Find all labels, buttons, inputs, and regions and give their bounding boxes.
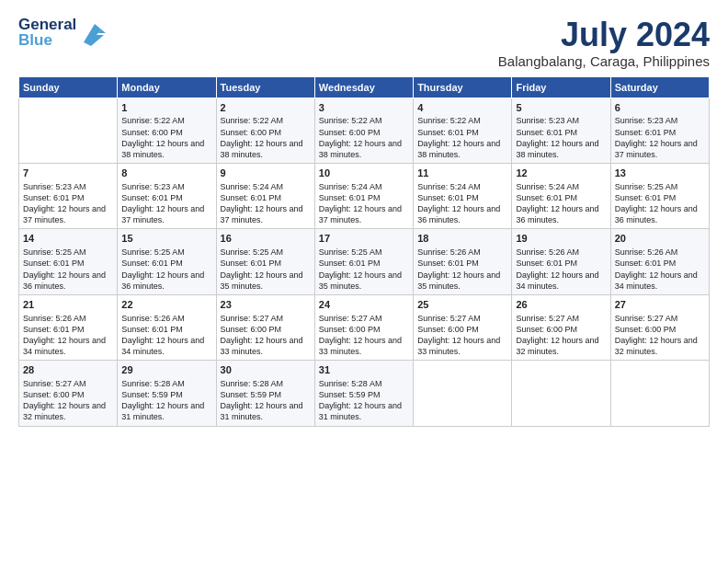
sunrise: Sunrise: 5:28 AM	[319, 379, 382, 388]
sunrise: Sunrise: 5:25 AM	[319, 247, 382, 257]
page: General Blue July 2024 Balangbalang, Car…	[0, 0, 728, 563]
table-row: 28Sunrise: 5:27 AMSunset: 6:00 PMDayligh…	[19, 361, 118, 426]
daylight: Daylight: 12 hours and 36 minutes.	[615, 204, 698, 224]
daylight: Daylight: 12 hours and 32 minutes.	[23, 401, 106, 421]
sunrise: Sunrise: 5:26 AM	[516, 247, 579, 257]
sunrise: Sunrise: 5:23 AM	[121, 182, 185, 191]
daylight: Daylight: 12 hours and 32 minutes.	[615, 336, 698, 356]
header: General Blue July 2024 Balangbalang, Car…	[18, 17, 710, 69]
sunrise: Sunrise: 5:24 AM	[319, 182, 382, 191]
sunrise: Sunrise: 5:27 AM	[221, 314, 284, 323]
sunset: Sunset: 6:00 PM	[516, 325, 577, 334]
daylight: Daylight: 12 hours and 37 minutes.	[319, 204, 402, 224]
sunrise: Sunrise: 5:27 AM	[615, 314, 678, 323]
sunrise: Sunrise: 5:23 AM	[23, 182, 86, 191]
sunset: Sunset: 5:59 PM	[221, 390, 282, 399]
day-number: 25	[417, 298, 507, 312]
col-friday: Friday	[512, 76, 610, 98]
day-number: 26	[516, 298, 606, 312]
sunrise: Sunrise: 5:26 AM	[615, 247, 678, 257]
sunset: Sunset: 5:59 PM	[319, 390, 381, 399]
sunrise: Sunrise: 5:23 AM	[615, 116, 678, 125]
day-number: 11	[417, 167, 507, 180]
sunrise: Sunrise: 5:24 AM	[516, 182, 579, 191]
table-row	[19, 98, 118, 163]
table-row	[414, 361, 512, 426]
calendar-week-row: 7Sunrise: 5:23 AMSunset: 6:01 PMDaylight…	[19, 164, 710, 229]
day-number: 12	[516, 167, 606, 180]
sunset: Sunset: 6:01 PM	[23, 259, 85, 268]
logo-blue: Blue	[18, 32, 76, 48]
table-row: 2Sunrise: 5:22 AMSunset: 6:00 PMDaylight…	[216, 98, 314, 163]
sunset: Sunset: 6:00 PM	[23, 390, 85, 399]
day-number: 21	[23, 298, 113, 312]
day-number: 6	[615, 101, 705, 115]
sunset: Sunset: 6:01 PM	[221, 259, 282, 268]
table-row: 30Sunrise: 5:28 AMSunset: 5:59 PMDayligh…	[216, 361, 314, 426]
daylight: Daylight: 12 hours and 35 minutes.	[417, 270, 500, 291]
day-number: 28	[23, 363, 113, 377]
day-number: 30	[221, 363, 311, 377]
calendar-week-row: 1Sunrise: 5:22 AMSunset: 6:00 PMDaylight…	[19, 98, 710, 163]
sunrise: Sunrise: 5:27 AM	[516, 314, 579, 323]
sunset: Sunset: 6:01 PM	[417, 128, 479, 137]
logo-icon	[80, 20, 109, 46]
sunrise: Sunrise: 5:22 AM	[121, 116, 185, 125]
sunrise: Sunrise: 5:26 AM	[121, 314, 185, 323]
sunset: Sunset: 6:01 PM	[615, 259, 677, 268]
day-number: 13	[615, 167, 705, 180]
sunrise: Sunrise: 5:25 AM	[221, 247, 284, 257]
sunset: Sunset: 6:01 PM	[417, 193, 479, 202]
sunrise: Sunrise: 5:27 AM	[417, 314, 481, 323]
daylight: Daylight: 12 hours and 37 minutes.	[221, 204, 303, 224]
sunrise: Sunrise: 5:25 AM	[121, 247, 185, 257]
table-row: 25Sunrise: 5:27 AMSunset: 6:00 PMDayligh…	[414, 294, 512, 360]
table-row: 27Sunrise: 5:27 AMSunset: 6:00 PMDayligh…	[610, 294, 709, 360]
col-wednesday: Wednesday	[314, 76, 413, 98]
table-row: 22Sunrise: 5:26 AMSunset: 6:01 PMDayligh…	[118, 294, 216, 360]
daylight: Daylight: 12 hours and 38 minutes.	[221, 139, 303, 159]
day-number: 2	[221, 101, 311, 115]
day-number: 3	[319, 101, 409, 115]
daylight: Daylight: 12 hours and 34 minutes.	[516, 270, 598, 291]
calendar-header-row: Sunday Monday Tuesday Wednesday Thursday…	[19, 76, 710, 98]
daylight: Daylight: 12 hours and 34 minutes.	[615, 270, 698, 291]
sunset: Sunset: 6:01 PM	[23, 193, 85, 202]
main-title: July 2024	[498, 17, 710, 53]
day-number: 24	[319, 298, 409, 312]
logo: General Blue	[18, 17, 109, 48]
daylight: Daylight: 12 hours and 37 minutes.	[615, 139, 698, 159]
table-row: 12Sunrise: 5:24 AMSunset: 6:01 PMDayligh…	[512, 164, 610, 229]
table-row: 3Sunrise: 5:22 AMSunset: 6:00 PMDaylight…	[314, 98, 413, 163]
table-row: 6Sunrise: 5:23 AMSunset: 6:01 PMDaylight…	[610, 98, 709, 163]
sunrise: Sunrise: 5:22 AM	[417, 116, 481, 125]
table-row	[512, 361, 610, 426]
table-row: 14Sunrise: 5:25 AMSunset: 6:01 PMDayligh…	[19, 229, 118, 294]
sunset: Sunset: 6:01 PM	[319, 259, 381, 268]
sunset: Sunset: 6:01 PM	[121, 193, 183, 202]
daylight: Daylight: 12 hours and 36 minutes.	[516, 204, 598, 224]
sunrise: Sunrise: 5:22 AM	[221, 116, 284, 125]
day-number: 29	[121, 363, 211, 377]
sunrise: Sunrise: 5:23 AM	[516, 116, 579, 125]
sunrise: Sunrise: 5:24 AM	[221, 182, 284, 191]
table-row: 21Sunrise: 5:26 AMSunset: 6:01 PMDayligh…	[19, 294, 118, 360]
sunrise: Sunrise: 5:28 AM	[221, 379, 284, 388]
daylight: Daylight: 12 hours and 36 minutes.	[417, 204, 500, 224]
sunset: Sunset: 6:01 PM	[615, 128, 677, 137]
sunset: Sunset: 6:00 PM	[615, 325, 677, 334]
daylight: Daylight: 12 hours and 31 minutes.	[221, 401, 303, 421]
col-monday: Monday	[118, 76, 216, 98]
col-saturday: Saturday	[610, 76, 709, 98]
sunset: Sunset: 6:00 PM	[417, 325, 479, 334]
sunrise: Sunrise: 5:27 AM	[319, 314, 382, 323]
sunrise: Sunrise: 5:26 AM	[417, 247, 481, 257]
sunset: Sunset: 6:01 PM	[516, 193, 577, 202]
table-row: 20Sunrise: 5:26 AMSunset: 6:01 PMDayligh…	[610, 229, 709, 294]
day-number: 9	[221, 167, 311, 180]
col-thursday: Thursday	[414, 76, 512, 98]
sunset: Sunset: 6:00 PM	[121, 128, 183, 137]
day-number: 19	[516, 232, 606, 246]
table-row: 1Sunrise: 5:22 AMSunset: 6:00 PMDaylight…	[118, 98, 216, 163]
daylight: Daylight: 12 hours and 36 minutes.	[121, 270, 204, 291]
